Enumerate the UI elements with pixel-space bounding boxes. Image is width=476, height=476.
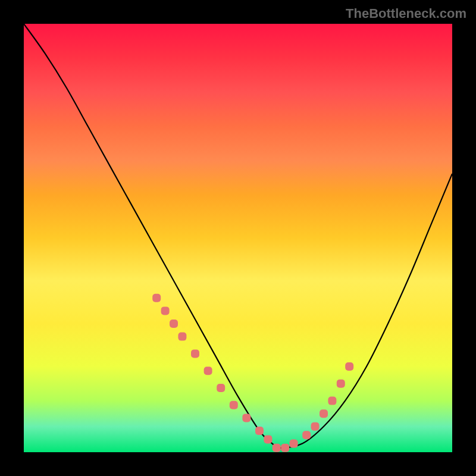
marker-dot: [217, 384, 225, 392]
marker-dot: [273, 444, 281, 452]
marker-dot: [170, 320, 178, 328]
plot-area: [24, 24, 452, 452]
marker-dot: [178, 333, 186, 341]
marker-dot: [191, 349, 199, 358]
marker-dot: [290, 440, 298, 448]
marker-dot: [204, 367, 212, 375]
watermark-text: TheBottleneck.com: [346, 6, 466, 21]
marker-dot: [152, 294, 161, 302]
chart-container: TheBottleneck.com: [0, 0, 476, 476]
marker-dot: [264, 435, 272, 443]
chart-svg: [24, 24, 452, 452]
marker-dot: [255, 427, 264, 435]
marker-dot: [242, 414, 250, 422]
curve-line: [24, 24, 452, 448]
marker-dot: [161, 306, 170, 315]
marker-dot: [302, 431, 311, 439]
marker-dot: [311, 422, 320, 431]
marker-dot: [230, 401, 238, 409]
marker-dot: [328, 397, 336, 405]
marker-dot: [345, 362, 353, 371]
marker-dots: [152, 294, 353, 452]
marker-dot: [320, 409, 328, 418]
marker-dot: [337, 380, 345, 388]
marker-dot: [281, 444, 289, 452]
